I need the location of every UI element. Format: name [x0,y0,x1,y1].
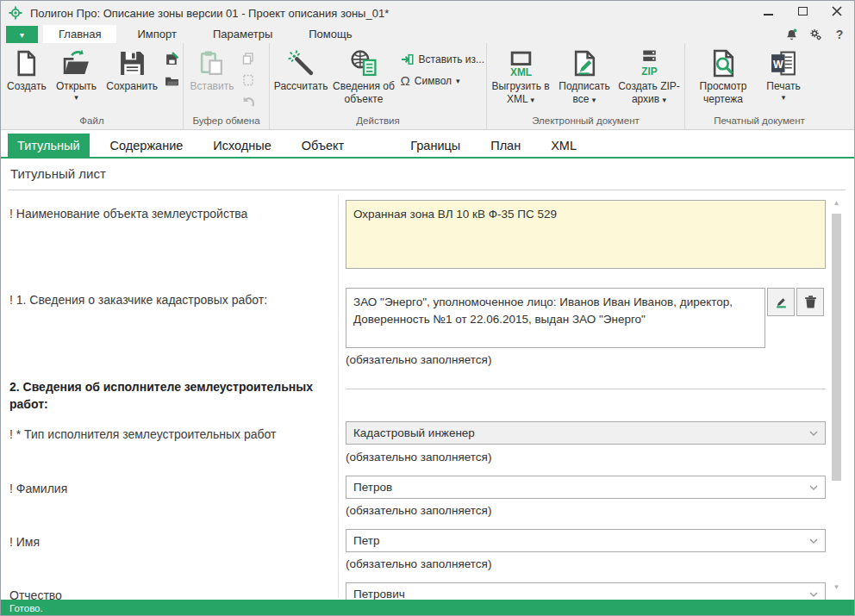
export-xml-button[interactable]: XML Выгрузить в XML ▾ [489,45,552,105]
titlebar: Полигон Про: Описание зоны версии 01 - П… [1,1,854,25]
vertical-scrollbar: ▲ ▼ [830,197,843,595]
tab-obyekt[interactable]: Объект [292,134,353,157]
insert-from-button[interactable]: Вставить из... [401,53,484,66]
document-tabs: Титульный Содержание Исходные Объект Гра… [8,134,597,157]
section2-divider [346,389,826,389]
copy-icon [241,52,255,65]
sign-all-button[interactable]: Подписать все ▾ [552,45,616,105]
chevron-down-icon: ▾ [663,96,667,104]
paste-icon [198,47,227,79]
edit-pen-icon [774,295,789,309]
help-button[interactable]: ? [832,27,847,42]
insert-from-icon [401,53,415,66]
ribbon-group-clipboard: Вставить Буфер обмена [184,43,270,129]
sign-document-icon [571,47,599,79]
object-name-label: ! Наименование объекта землеустройства [9,206,330,222]
save-as-icon [165,52,179,66]
close-button[interactable] [825,3,849,19]
status-text: Готово. [9,603,43,613]
group-label-actions: Действия [271,114,484,129]
statusbar: Готово. [1,600,854,616]
minimize-icon [764,14,773,16]
maximize-icon [798,7,808,16]
preview-drawing-button[interactable]: Просмотр чертежа [687,45,759,105]
group-label-file: Файл [3,114,181,129]
file-small-buttons [162,45,181,90]
chevron-down-icon [809,538,818,544]
svg-text:XML: XML [509,66,531,78]
chevron-down-icon [809,592,818,597]
tab-soderzhanie[interactable]: Содержание [101,134,193,157]
new-document-icon [12,47,41,79]
scroll-up-button[interactable]: ▲ [830,197,843,208]
scroll-down-button[interactable]: ▼ [830,582,843,593]
ribbon-tab-home[interactable]: Главная [43,25,116,43]
save-button[interactable]: Сохранить [102,45,162,93]
delete-customer-button[interactable] [796,288,824,316]
paste-special-icon [241,73,255,87]
file-menu-button[interactable]: ▾ [6,26,38,43]
required-note: (обязательно заполняется) [346,451,491,464]
minimize-button[interactable] [756,3,780,19]
bell-icon [785,28,798,41]
paste-special-button[interactable] [239,71,258,90]
executor-type-select[interactable]: Кадастровый инженер [346,421,826,445]
print-button[interactable]: W Печать ▾ [759,45,808,102]
app-window: Полигон Про: Описание зоны версии 01 - П… [0,0,855,616]
ribbon-group-file: Создать Открыть ▾ Сохранить [1,43,184,129]
save-icon [118,47,147,79]
group-label-edoc: Электронный документ [489,114,683,129]
calculate-button[interactable]: Рассчитать [271,45,330,93]
heading-divider [8,190,846,190]
globe-info-icon [349,47,378,79]
settings-button[interactable] [808,27,823,42]
create-zip-button[interactable]: ZIP Создать ZIP-архив ▾ [616,45,682,105]
last-name-label: ! Фамилия [9,481,330,497]
object-name-input[interactable]: Охранная зона ВЛ 10 кВ Ф-35 ПС 529 [346,200,826,269]
svg-text:W: W [772,59,783,71]
titlebar-quick-icons: ? [783,27,847,42]
tab-titulny[interactable]: Титульный [8,134,90,157]
notifications-button[interactable] [783,27,799,42]
scrollbar-thumb[interactable] [832,214,841,481]
object-info-button[interactable]: Сведения об объекте [330,45,396,105]
tab-xml[interactable]: XML [541,134,586,157]
omega-icon: Ω [401,74,410,87]
close-icon [832,6,842,16]
magic-wand-icon [287,47,315,79]
symbol-button[interactable]: Ω Символ ▾ [401,74,460,87]
ribbon-tab-bar: ▾ Главная Импорт Параметры Помощь ? [1,25,854,43]
tab-granitsy[interactable]: Границы [401,134,470,157]
paste-button[interactable]: Вставить [185,45,239,93]
zip-archive-icon: ZIP [635,47,664,79]
tab-iskhodnye[interactable]: Исходные [203,134,280,157]
create-button[interactable]: Создать [3,45,51,93]
tab-plan[interactable]: План [481,134,530,157]
preview-drawing-icon [709,47,738,79]
ribbon-tab-import[interactable]: Импорт [122,25,191,43]
undo-button[interactable] [239,92,258,111]
ribbon-tab-help[interactable]: Помощь [293,25,367,43]
save-copy-button[interactable] [162,71,181,90]
first-name-select[interactable]: Петр [346,529,826,552]
last-name-select[interactable]: Петров [346,476,826,499]
open-button[interactable]: Открыть ▾ [51,45,103,102]
window-controls [756,3,849,19]
customer-input[interactable]: ЗАО "Энерго", уполномоченное лицо: Ивано… [346,288,765,348]
word-print-icon: W [770,47,798,79]
maximize-button[interactable] [790,3,814,19]
executor-type-label: ! * Тип исполнителя землеустроительных р… [9,426,330,443]
chevron-down-icon [809,485,818,490]
open-folder-icon [62,47,90,79]
required-note: (обязательно заполняется) [346,504,491,517]
copy-button[interactable] [239,49,258,68]
edit-customer-button[interactable] [767,288,795,316]
ribbon: Создать Открыть ▾ Сохранить [1,43,854,130]
required-note: (обязательно заполняется) [346,353,491,366]
chevron-down-icon: ▾ [456,77,460,85]
save-as-button[interactable] [162,49,181,68]
ribbon-tab-parameters[interactable]: Параметры [197,25,288,43]
clipboard-small-buttons [239,45,258,111]
trash-icon [803,295,818,309]
group-label-clipboard: Буфер обмена [185,114,267,129]
